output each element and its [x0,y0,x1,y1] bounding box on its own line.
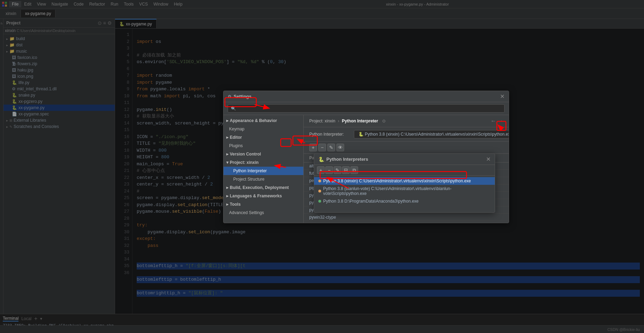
status-dot-green [318,200,321,203]
nav-label: Tools [230,202,241,207]
popup-filter-button[interactable]: ⊟ [342,166,350,174]
interpreter-item-label: Python 3.8 (bianlun-vote) C:\Users\Admin… [323,186,491,196]
popup-interpreter-item-2[interactable]: Python 3.8 (bianlun-vote) C:\Users\Admin… [314,185,495,197]
popup-interpreter-item-3[interactable]: Python 3.8 D:\ProgramData\Anaconda3\pyth… [314,197,495,205]
settings-titlebar: ⚙ Settings ✕ [223,91,509,102]
settings-search-input[interactable] [228,104,505,113]
nav-back-icon[interactable]: ← [491,118,496,124]
popup-copy-button[interactable]: ⧉ [350,166,358,174]
nav-label: Project: xinxin [230,160,259,165]
settings-nav: ▸ Appearance & Behavior Keymap ▸ Editor … [223,115,304,223]
settings-nav-languages[interactable]: ▸ Languages & Frameworks [223,192,303,200]
popup-edit-button[interactable]: ✎ [334,166,341,174]
edit-package-button[interactable]: ✎ [327,144,335,151]
settings-icon: ⚙ [228,94,232,99]
settings-title: Settings [234,94,500,99]
pkg-version [379,221,431,223]
nav-label: Build, Execution, Deployment [230,185,289,190]
breadcrumb-root: Project: xinxin [309,119,335,123]
status-dot-yellow [318,190,321,192]
popup-remove-button[interactable]: − [325,166,333,174]
breadcrumb-current: Python Interpreter [342,119,378,123]
popup-interpreter-list: Python 3.8 (xinxin) C:\Users\Administrat… [314,176,495,206]
table-row[interactable]: pywin32-ctype [304,214,509,221]
expand-icon: ▸ [226,135,228,140]
expand-icon: ▸ [226,152,228,157]
pkg-latest [431,221,509,223]
nav-label: Version Control [230,152,261,157]
breadcrumb-sep: › [338,119,339,123]
settings-close-button[interactable]: ✕ [500,93,505,100]
interpreter-header: Project: xinxin › Python Interpreter ⊙ ←… [304,115,509,127]
pkg-name: pywin32-ctype [304,214,379,221]
popup-titlebar: 🐍 Python Interpreters ✕ [314,154,495,165]
pkg-version [379,214,431,221]
nav-forward-icon[interactable]: → [498,118,503,124]
python-interpreters-popup: 🐍 Python Interpreters ✕ + − ✎ ⊟ ⧉ Python… [314,153,495,213]
popup-interpreter-item-1[interactable]: Python 3.8 (xinxin) C:\Users\Administrat… [314,177,495,185]
nav-label: Editor [230,135,242,140]
nav-label: Plugins [229,143,243,148]
interpreter-item-label: Python 3.8 (xinxin) C:\Users\Administrat… [323,179,471,183]
pkg-latest [431,214,509,221]
settings-nav-editor[interactable]: ▸ Editor [223,133,303,142]
breadcrumb-sync-icon[interactable]: ⊙ [382,119,386,123]
settings-nav-plugins[interactable]: Plugins [223,142,303,150]
interpreter-item-label: Python 3.8 D:\ProgramData\Anaconda3\pyth… [323,199,419,204]
expand-icon: ▸ [226,185,228,190]
breadcrumb: Project: xinxin › Python Interpreter [309,119,378,123]
interpreter-row: Python Interpreter: 🐍 Python 3.8 (xinxin… [304,127,509,142]
expand-icon: ▸ [226,202,228,207]
expand-icon: ▾ [226,160,228,165]
nav-label: Appearance & Behavior [230,118,277,123]
eye-package-button[interactable]: 👁 [336,144,344,151]
settings-nav-project[interactable]: ▾ Project: xinxin [223,158,303,167]
settings-search-bar [223,102,509,115]
interpreter-toolbar: + − ✎ 👁 [304,142,509,154]
nav-label: Project Structure [233,177,264,182]
settings-nav-python-interpreter[interactable]: Python Interpreter [223,167,303,175]
pkg-name: setuptools [304,221,379,223]
remove-package-button[interactable]: − [318,144,326,151]
settings-nav-tools[interactable]: ▸ Tools [223,200,303,209]
settings-nav-keymap[interactable]: Keymap [223,125,303,133]
popup-python-icon: 🐍 [318,157,324,162]
nav-label: Advanced Settings [229,210,264,215]
expand-icon: ▸ [226,194,228,198]
popup-title: Python Interpreters [326,157,486,162]
nav-label: Python Interpreter [233,168,267,173]
nav-label: Keymap [229,127,244,131]
popup-toolbar: + − ✎ ⊟ ⧉ [314,165,495,176]
expand-icon: ▸ [226,118,228,123]
nav-label: Languages & Frameworks [230,194,282,198]
settings-nav-advanced[interactable]: Advanced Settings [223,209,303,217]
settings-nav-build[interactable]: ▸ Build, Execution, Deployment [223,183,303,192]
popup-close-button[interactable]: ✕ [486,156,491,162]
table-row[interactable]: setuptools [304,221,509,223]
add-package-button[interactable]: + [309,144,317,151]
settings-nav-project-structure[interactable]: Project Structure [223,175,303,183]
status-dot-yellow [318,180,321,182]
nav-arrows: ← → [491,118,503,124]
settings-nav-appearance[interactable]: ▸ Appearance & Behavior [223,116,303,125]
popup-add-button[interactable]: + [317,166,325,174]
interpreter-label: Python Interpreter: [309,132,351,137]
settings-nav-vcs[interactable]: ▸ Version Control [223,150,303,158]
interpreter-select[interactable]: 🐍 Python 3.8 (xinxin) C:\Users\Administr… [354,130,509,138]
